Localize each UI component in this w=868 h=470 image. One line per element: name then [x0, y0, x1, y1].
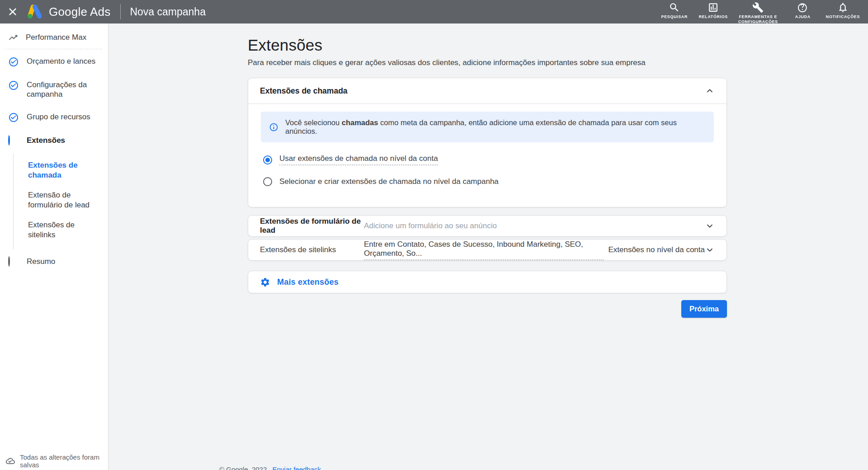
- call-extensions-card: Extensões de chamada Você selecionou cha…: [248, 78, 727, 207]
- current-step-circle-icon: [8, 136, 19, 146]
- tools-settings-button[interactable]: FERRAMENTAS E CONFIGURAÇÕES: [735, 1, 782, 26]
- tools-icon: [752, 2, 764, 13]
- sitelink-extensions-row[interactable]: Extensões de sitelinks Entre em Contato,…: [248, 239, 727, 261]
- step-label: Resumo: [27, 257, 55, 266]
- step-label: Configurações da campanha: [27, 80, 95, 99]
- notifications-icon: [837, 2, 849, 13]
- more-extensions-button[interactable]: Mais extensões: [248, 271, 727, 293]
- google-ads-logo-icon: [25, 3, 44, 20]
- save-status-text: Todas as alterações foram salvas: [20, 453, 105, 469]
- page-title: Nova campanha: [130, 6, 206, 18]
- topbar: Google Ads Nova campanha PESQUISAR RELAT…: [0, 0, 868, 24]
- info-icon: [269, 122, 278, 132]
- radio-selected-icon[interactable]: [263, 155, 272, 164]
- help-icon: [797, 2, 808, 13]
- brand-name: Google Ads: [49, 5, 110, 19]
- main-content: Extensões Para receber mais cliques e ge…: [108, 24, 868, 470]
- subnav-extensoes-de-chamada[interactable]: Extensões de chamada: [28, 155, 104, 185]
- page-subtitle: Para receber mais cliques e gerar ações …: [248, 58, 727, 67]
- close-icon[interactable]: [0, 0, 25, 24]
- footer: © Google, 2022. Enviar feedback: [219, 465, 321, 470]
- call-extensions-card-title: Extensões de chamada: [260, 86, 348, 96]
- subnav-extensao-formulario-lead[interactable]: Extensão de formulário de lead: [28, 185, 104, 215]
- campaign-steps-sidebar: Performance Max Orçamento e lances Confi…: [0, 24, 108, 470]
- check-circle-icon: [8, 80, 19, 91]
- option-account-level[interactable]: Usar extensões de chamada no nível da co…: [261, 154, 714, 165]
- radio-unselected-icon[interactable]: [263, 177, 272, 186]
- sitelinks-row-label: Extensões de sitelinks: [260, 245, 364, 254]
- lead-form-extensions-row[interactable]: Extensões de formulário de lead Adicione…: [248, 215, 727, 237]
- page-heading: Extensões: [248, 36, 727, 54]
- sidebar-step-grupo-recursos[interactable]: Grupo de recursos: [0, 106, 108, 129]
- campaign-type-row: Performance Max: [0, 24, 108, 48]
- call-extensions-card-header[interactable]: Extensões de chamada: [248, 78, 726, 103]
- gear-icon: [260, 277, 270, 287]
- reports-icon: [708, 2, 719, 13]
- save-status: Todas as alterações foram salvas: [0, 451, 108, 470]
- chevron-down-icon: [705, 221, 715, 231]
- subnav-extensoes-sitelinks[interactable]: Extensões de sitelinks: [28, 215, 104, 245]
- sidebar-step-extensoes[interactable]: Extensões: [0, 129, 108, 153]
- lead-form-row-hint: Adicione um formulário ao seu anúncio: [364, 221, 497, 230]
- info-banner-text: Você selecionou chamadas como meta da ca…: [285, 118, 706, 136]
- topbar-actions: PESQUISAR RELATÓRIOS FERRAMENTAS E CONFI…: [657, 0, 868, 25]
- search-icon: [669, 2, 680, 13]
- next-button[interactable]: Próxima: [681, 300, 727, 318]
- sidebar-step-orcamento[interactable]: Orçamento e lances: [0, 50, 108, 74]
- option-account-level-label: Usar extensões de chamada no nível da co…: [279, 154, 438, 165]
- sitelinks-row-scope: Extensões no nível da conta: [608, 245, 705, 254]
- option-campaign-level-label: Selecionar e criar extensões de chamada …: [279, 177, 499, 186]
- search-button[interactable]: PESQUISAR: [657, 1, 692, 20]
- upcoming-step-circle-icon: [8, 257, 19, 268]
- topbar-divider: [120, 4, 121, 19]
- chevron-down-icon: [705, 245, 715, 255]
- check-circle-icon: [8, 112, 19, 123]
- sitelinks-row-value: Entre em Contato, Cases de Sucesso, Inbo…: [364, 240, 604, 260]
- sidebar-dashed-divider: [5, 49, 102, 49]
- performance-max-icon: [8, 33, 18, 42]
- topbar-left: Google Ads Nova campanha: [0, 0, 206, 24]
- notifications-button[interactable]: NOTIFICAÇÕES: [824, 1, 862, 20]
- campaign-type-label: Performance Max: [26, 33, 86, 42]
- check-circle-icon: [8, 56, 19, 67]
- copyright-text: © Google, 2022.: [219, 465, 269, 470]
- step-label: Orçamento e lances: [27, 56, 95, 66]
- option-campaign-level[interactable]: Selecionar e criar extensões de chamada …: [261, 177, 714, 186]
- chevron-up-icon: [705, 86, 715, 96]
- more-extensions-label: Mais extensões: [277, 277, 339, 287]
- info-banner: Você selecionou chamadas como meta da ca…: [261, 112, 714, 142]
- help-button[interactable]: AJUDA: [785, 1, 821, 20]
- lead-form-row-label: Extensões de formulário de lead: [260, 217, 364, 235]
- sidebar-step-configuracoes[interactable]: Configurações da campanha: [0, 74, 108, 106]
- send-feedback-link[interactable]: Enviar feedback: [272, 465, 321, 470]
- extensions-subnav: Extensões de chamada Extensão de formulá…: [13, 154, 108, 250]
- cloud-done-icon: [6, 456, 15, 465]
- sidebar-step-resumo[interactable]: Resumo: [0, 250, 108, 274]
- step-label: Extensões: [27, 136, 65, 145]
- step-label: Grupo de recursos: [27, 112, 90, 122]
- reports-button[interactable]: RELATÓRIOS: [696, 1, 731, 20]
